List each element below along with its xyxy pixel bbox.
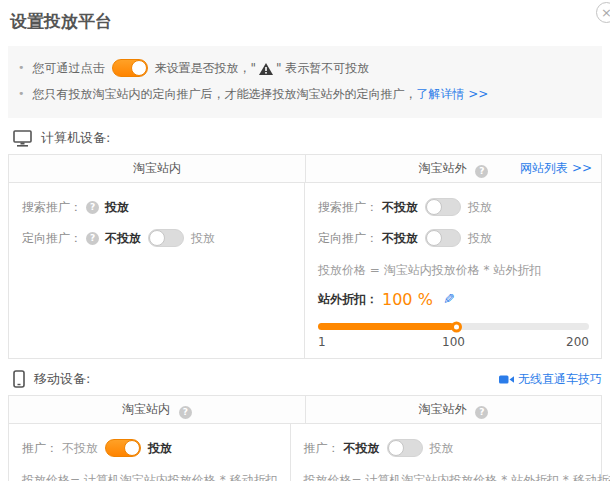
- help-icon[interactable]: ?: [475, 406, 488, 419]
- offsite-discount-line: 站外折扣： 100 % ✎: [318, 287, 589, 311]
- notice-line-2: • 您只有投放淘宝站内的定向推广后，才能选择投放淘宝站外的定向推广， 了解详情 …: [18, 82, 588, 106]
- offsite-price-formula: 投放价格 = 淘宝站内投放价格 * 站外折扣: [318, 262, 589, 279]
- website-list-link[interactable]: 网站列表 >>: [520, 155, 592, 182]
- row-label: 定向推广：: [22, 230, 82, 247]
- slider-thumb[interactable]: [451, 321, 462, 332]
- computer-section-header: 计算机设备:: [8, 129, 602, 147]
- mobile-onsite-cell: 推广： 不投放 投放 投放价格= 计算机淘宝站内投放价格 * 移动折扣: [9, 424, 291, 481]
- computer-offsite-header: 淘宝站外 ? 网站列表 >>: [305, 155, 601, 182]
- header-label: 淘宝站外: [419, 161, 467, 175]
- slider-track[interactable]: [318, 323, 589, 330]
- notice-text: 来设置是否投放，": [155, 56, 257, 80]
- state-on-label: 投放: [148, 440, 172, 457]
- computer-table: 淘宝站内 淘宝站外 ? 网站列表 >> 搜索推广： ? 投放 定向推广： ? 不…: [8, 154, 602, 359]
- state-on-label: 投放: [468, 230, 492, 247]
- state-off-label: 不投放: [382, 199, 418, 216]
- help-icon[interactable]: ?: [86, 201, 99, 214]
- mobile-section-header: 移动设备: 无线直通车技巧: [8, 370, 602, 388]
- wireless-tips-link[interactable]: 无线直通车技巧: [499, 371, 602, 388]
- toggle-knob: [149, 230, 165, 246]
- state-off-label: 不投放: [344, 440, 380, 457]
- computer-table-header: 淘宝站内 淘宝站外 ? 网站列表 >>: [9, 155, 601, 183]
- notice-text: " 表示暂不可投放: [276, 56, 369, 80]
- header-label: 淘宝站内: [122, 402, 170, 416]
- learn-more-link[interactable]: 了解详情 >>: [417, 82, 489, 106]
- row-label: 搜索推广：: [22, 199, 82, 216]
- mobile-offsite-cell: 推广： 不投放 投放 投放价格= 计算机淘宝站内投放价格 * 站外折扣 * 移动…: [291, 424, 610, 481]
- bullet-dot: •: [18, 82, 25, 106]
- bullet-dot: •: [18, 56, 25, 80]
- state-off-label: 不投放: [62, 440, 98, 457]
- row-label: 推广：: [304, 440, 340, 457]
- targeted-promo-toggle[interactable]: [148, 229, 184, 247]
- mobile-onsite-price-formula: 投放价格= 计算机淘宝站内投放价格 * 移动折扣: [22, 472, 278, 481]
- mobile-offsite-header: 淘宝站外 ?: [305, 396, 601, 423]
- targeted-promo-row: 定向推广： 不投放 投放: [318, 227, 589, 249]
- computer-icon: [13, 130, 32, 147]
- slider-fill: [318, 323, 454, 330]
- row-label: 推广：: [22, 440, 58, 457]
- computer-onsite-header: 淘宝站内: [9, 155, 305, 182]
- wireless-tips-label: 无线直通车技巧: [518, 371, 602, 388]
- toggle-knob: [124, 440, 140, 456]
- state-on-label: 投放: [430, 440, 454, 457]
- header-label: 淘宝站内: [133, 161, 181, 175]
- toggle-knob: [131, 60, 147, 76]
- mobile-table-body: 推广： 不投放 投放 投放价格= 计算机淘宝站内投放价格 * 移动折扣 推广： …: [9, 424, 601, 481]
- state-on-label: 投放: [468, 199, 492, 216]
- close-icon[interactable]: ×: [596, 2, 610, 23]
- toggle-knob: [426, 199, 442, 215]
- mobile-offsite-promo-toggle[interactable]: [387, 439, 423, 457]
- promo-row: 推广： 不投放 投放: [304, 437, 610, 459]
- mobile-table: 淘宝站内 ? 淘宝站外 ? 推广： 不投放 投放 投放价格= 计算机淘宝站内投放…: [8, 395, 602, 481]
- search-promo-toggle[interactable]: [425, 198, 461, 216]
- help-icon[interactable]: ?: [86, 232, 99, 245]
- mobile-onsite-header: 淘宝站内 ?: [9, 396, 305, 423]
- phone-icon: [13, 370, 25, 388]
- header-label: 淘宝站外: [419, 402, 467, 416]
- computer-section-label: 计算机设备:: [41, 129, 110, 147]
- promo-row: 推广： 不投放 投放: [22, 437, 278, 459]
- mobile-table-header: 淘宝站内 ? 淘宝站外 ?: [9, 396, 601, 424]
- state-on-label: 投放: [191, 230, 215, 247]
- scale-mid: 100: [442, 335, 465, 349]
- notice-text: 您只有投放淘宝站内的定向推广后，才能选择投放淘宝站外的定向推广，: [33, 82, 417, 106]
- notice-box: • 您可通过点击 来设置是否投放，" " 表示暂不可投放 • 您只有投放淘宝站内…: [8, 46, 602, 118]
- mobile-onsite-promo-toggle[interactable]: [105, 439, 141, 457]
- video-camera-icon: [499, 374, 514, 385]
- scale-min: 1: [318, 335, 326, 349]
- search-promo-value: 投放: [105, 199, 129, 216]
- help-icon[interactable]: ?: [475, 165, 488, 178]
- example-toggle: [112, 59, 148, 77]
- mobile-offsite-price-formula: 投放价格= 计算机淘宝站内投放价格 * 站外折扣 * 移动折扣: [304, 472, 610, 481]
- set-platform-panel: × 设置投放平台 • 您可通过点击 来设置是否投放，" " 表示暂不可投放 • …: [0, 0, 610, 481]
- help-icon[interactable]: ?: [179, 406, 192, 419]
- row-label: 定向推广：: [318, 230, 378, 247]
- offsite-discount-label: 站外折扣：: [318, 291, 378, 308]
- targeted-promo-toggle[interactable]: [425, 229, 461, 247]
- row-label: 搜索推广：: [318, 199, 378, 216]
- search-promo-row: 搜索推广： ? 投放: [22, 196, 292, 218]
- page-title: 设置投放平台: [0, 0, 610, 33]
- state-off-label: 不投放: [382, 230, 418, 247]
- notice-text: 您可通过点击: [33, 56, 105, 80]
- state-off-label: 不投放: [105, 230, 141, 247]
- mobile-section-label: 移动设备:: [34, 370, 90, 388]
- toggle-knob: [426, 230, 442, 246]
- slider-scale: 1 100 200: [318, 335, 589, 350]
- targeted-promo-row: 定向推广： ? 不投放 投放: [22, 227, 292, 249]
- warning-triangle-icon: [259, 63, 273, 75]
- edit-icon[interactable]: ✎: [443, 291, 455, 307]
- toggle-knob: [388, 440, 404, 456]
- notice-line-1: • 您可通过点击 来设置是否投放，" " 表示暂不可投放: [18, 56, 588, 80]
- computer-onsite-cell: 搜索推广： ? 投放 定向推广： ? 不投放 投放: [9, 183, 305, 358]
- computer-table-body: 搜索推广： ? 投放 定向推广： ? 不投放 投放 搜索推广： 不投放 投放: [9, 183, 601, 358]
- offsite-discount-value: 100 %: [382, 290, 433, 309]
- offsite-discount-slider: 1 100 200: [318, 323, 589, 350]
- scale-max: 200: [566, 335, 589, 349]
- computer-offsite-cell: 搜索推广： 不投放 投放 定向推广： 不投放 投放 投放价格 = 淘宝站内投放价…: [305, 183, 601, 358]
- search-promo-row: 搜索推广： 不投放 投放: [318, 196, 589, 218]
